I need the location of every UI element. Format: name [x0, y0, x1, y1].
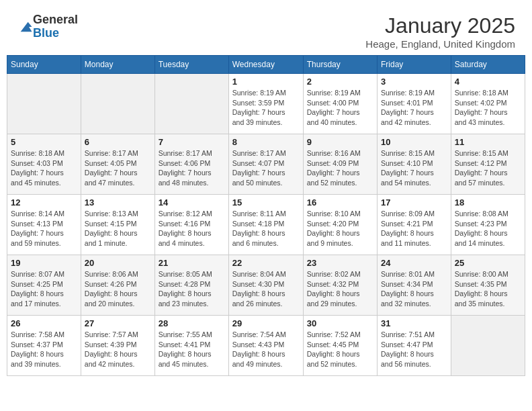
calendar-cell: 7Sunrise: 8:17 AM Sunset: 4:06 PM Daylig… — [154, 134, 228, 195]
calendar-cell: 6Sunrise: 8:17 AM Sunset: 4:05 PM Daylig… — [81, 134, 154, 195]
calendar-cell: 9Sunrise: 8:16 AM Sunset: 4:09 PM Daylig… — [303, 134, 377, 195]
calendar-cell: 13Sunrise: 8:13 AM Sunset: 4:15 PM Dayli… — [81, 195, 154, 255]
day-info: Sunrise: 8:18 AM Sunset: 4:02 PM Dayligh… — [455, 88, 521, 128]
calendar-cell — [451, 316, 525, 376]
calendar-cell: 4Sunrise: 8:18 AM Sunset: 4:02 PM Daylig… — [451, 74, 525, 134]
day-number: 24 — [381, 258, 447, 268]
day-info: Sunrise: 8:07 AM Sunset: 4:25 PM Dayligh… — [11, 269, 77, 309]
calendar-week-1: 1Sunrise: 8:19 AM Sunset: 3:59 PM Daylig… — [7, 74, 525, 134]
calendar-cell: 5Sunrise: 8:18 AM Sunset: 4:03 PM Daylig… — [7, 134, 81, 195]
calendar-week-4: 19Sunrise: 8:07 AM Sunset: 4:25 PM Dayli… — [7, 255, 525, 316]
day-number: 20 — [85, 258, 151, 268]
day-info: Sunrise: 8:15 AM Sunset: 4:12 PM Dayligh… — [455, 148, 521, 188]
day-info: Sunrise: 8:06 AM Sunset: 4:26 PM Dayligh… — [85, 269, 151, 309]
calendar-cell — [81, 74, 154, 134]
day-number: 10 — [381, 137, 447, 147]
day-info: Sunrise: 8:11 AM Sunset: 4:18 PM Dayligh… — [232, 209, 300, 248]
calendar-cell: 18Sunrise: 8:08 AM Sunset: 4:23 PM Dayli… — [451, 195, 525, 255]
day-info: Sunrise: 8:19 AM Sunset: 4:00 PM Dayligh… — [307, 88, 373, 128]
calendar-cell: 26Sunrise: 7:58 AM Sunset: 4:37 PM Dayli… — [7, 316, 81, 376]
logo-icon — [18, 19, 33, 34]
day-number: 12 — [11, 197, 77, 208]
calendar-cell: 1Sunrise: 8:19 AM Sunset: 3:59 PM Daylig… — [228, 74, 303, 134]
day-info: Sunrise: 8:00 AM Sunset: 4:35 PM Dayligh… — [455, 269, 521, 309]
calendar-cell: 2Sunrise: 8:19 AM Sunset: 4:00 PM Daylig… — [303, 74, 377, 134]
calendar-week-2: 5Sunrise: 8:18 AM Sunset: 4:03 PM Daylig… — [7, 134, 525, 195]
day-info: Sunrise: 7:58 AM Sunset: 4:37 PM Dayligh… — [11, 330, 77, 369]
calendar-cell: 17Sunrise: 8:09 AM Sunset: 4:21 PM Dayli… — [377, 195, 451, 255]
day-info: Sunrise: 7:52 AM Sunset: 4:45 PM Dayligh… — [307, 330, 373, 369]
day-number: 28 — [159, 318, 225, 328]
calendar-cell: 25Sunrise: 8:00 AM Sunset: 4:35 PM Dayli… — [451, 255, 525, 316]
weekday-header-saturday: Saturday — [451, 56, 525, 74]
day-number: 22 — [232, 258, 300, 268]
logo-general-text: General — [33, 13, 78, 27]
day-number: 17 — [381, 197, 447, 208]
calendar-cell: 11Sunrise: 8:15 AM Sunset: 4:12 PM Dayli… — [451, 134, 525, 195]
calendar-week-3: 12Sunrise: 8:14 AM Sunset: 4:13 PM Dayli… — [7, 195, 525, 255]
day-info: Sunrise: 7:54 AM Sunset: 4:43 PM Dayligh… — [232, 330, 300, 369]
day-info: Sunrise: 8:02 AM Sunset: 4:32 PM Dayligh… — [307, 269, 373, 309]
day-number: 30 — [307, 318, 373, 328]
calendar-cell: 30Sunrise: 7:52 AM Sunset: 4:45 PM Dayli… — [303, 316, 377, 376]
month-title: January 2025 — [365, 13, 515, 38]
calendar-cell: 14Sunrise: 8:12 AM Sunset: 4:16 PM Dayli… — [154, 195, 228, 255]
calendar-cell: 16Sunrise: 8:10 AM Sunset: 4:20 PM Dayli… — [303, 195, 377, 255]
weekday-header-sunday: Sunday — [7, 56, 81, 74]
day-number: 26 — [11, 318, 77, 328]
day-info: Sunrise: 8:09 AM Sunset: 4:21 PM Dayligh… — [381, 209, 447, 248]
calendar-cell: 31Sunrise: 7:51 AM Sunset: 4:47 PM Dayli… — [377, 316, 451, 376]
day-info: Sunrise: 8:15 AM Sunset: 4:10 PM Dayligh… — [381, 148, 447, 188]
day-number: 11 — [455, 137, 521, 147]
day-number: 9 — [307, 137, 373, 147]
day-number: 6 — [85, 137, 151, 147]
location-title: Heage, England, United Kingdom — [365, 38, 515, 50]
day-info: Sunrise: 8:01 AM Sunset: 4:34 PM Dayligh… — [381, 269, 447, 309]
day-number: 18 — [455, 197, 521, 208]
day-info: Sunrise: 8:16 AM Sunset: 4:09 PM Dayligh… — [307, 148, 373, 188]
weekday-header-row: SundayMondayTuesdayWednesdayThursdayFrid… — [7, 56, 525, 74]
calendar-cell: 19Sunrise: 8:07 AM Sunset: 4:25 PM Dayli… — [7, 255, 81, 316]
calendar-cell: 3Sunrise: 8:19 AM Sunset: 4:01 PM Daylig… — [377, 74, 451, 134]
calendar-cell: 24Sunrise: 8:01 AM Sunset: 4:34 PM Dayli… — [377, 255, 451, 316]
day-info: Sunrise: 8:08 AM Sunset: 4:23 PM Dayligh… — [455, 209, 521, 248]
day-number: 25 — [455, 258, 521, 268]
calendar-week-5: 26Sunrise: 7:58 AM Sunset: 4:37 PM Dayli… — [7, 316, 525, 376]
day-number: 31 — [381, 318, 447, 328]
calendar-cell — [7, 74, 81, 134]
day-info: Sunrise: 8:19 AM Sunset: 4:01 PM Dayligh… — [381, 88, 447, 128]
page-header: General Blue January 2025 Heage, England… — [7, 7, 525, 55]
day-number: 8 — [232, 137, 300, 147]
calendar-cell: 21Sunrise: 8:05 AM Sunset: 4:28 PM Dayli… — [154, 255, 228, 316]
weekday-header-monday: Monday — [81, 56, 154, 74]
day-info: Sunrise: 7:51 AM Sunset: 4:47 PM Dayligh… — [381, 330, 447, 369]
day-number: 21 — [159, 258, 225, 268]
day-number: 29 — [232, 318, 300, 328]
day-info: Sunrise: 8:04 AM Sunset: 4:30 PM Dayligh… — [232, 269, 300, 309]
day-number: 16 — [307, 197, 373, 208]
day-number: 3 — [381, 77, 447, 87]
day-number: 23 — [307, 258, 373, 268]
day-info: Sunrise: 8:10 AM Sunset: 4:20 PM Dayligh… — [307, 209, 373, 248]
day-info: Sunrise: 8:18 AM Sunset: 4:03 PM Dayligh… — [11, 148, 77, 188]
day-info: Sunrise: 8:19 AM Sunset: 3:59 PM Dayligh… — [232, 88, 300, 128]
calendar-cell: 29Sunrise: 7:54 AM Sunset: 4:43 PM Dayli… — [228, 316, 303, 376]
calendar-cell: 27Sunrise: 7:57 AM Sunset: 4:39 PM Dayli… — [81, 316, 154, 376]
day-number: 7 — [159, 137, 225, 147]
weekday-header-tuesday: Tuesday — [154, 56, 228, 74]
weekday-header-thursday: Thursday — [303, 56, 377, 74]
day-number: 15 — [232, 197, 300, 208]
day-number: 5 — [11, 137, 77, 147]
day-number: 2 — [307, 77, 373, 87]
logo: General Blue — [17, 13, 78, 40]
day-info: Sunrise: 8:05 AM Sunset: 4:28 PM Dayligh… — [159, 269, 225, 309]
calendar-cell: 15Sunrise: 8:11 AM Sunset: 4:18 PM Dayli… — [228, 195, 303, 255]
calendar-cell: 28Sunrise: 7:55 AM Sunset: 4:41 PM Dayli… — [154, 316, 228, 376]
day-info: Sunrise: 8:14 AM Sunset: 4:13 PM Dayligh… — [11, 209, 77, 248]
calendar-cell: 23Sunrise: 8:02 AM Sunset: 4:32 PM Dayli… — [303, 255, 377, 316]
day-number: 4 — [455, 77, 521, 87]
calendar-cell: 8Sunrise: 8:17 AM Sunset: 4:07 PM Daylig… — [228, 134, 303, 195]
calendar-cell: 12Sunrise: 8:14 AM Sunset: 4:13 PM Dayli… — [7, 195, 81, 255]
day-number: 14 — [159, 197, 225, 208]
calendar-cell: 20Sunrise: 8:06 AM Sunset: 4:26 PM Dayli… — [81, 255, 154, 316]
